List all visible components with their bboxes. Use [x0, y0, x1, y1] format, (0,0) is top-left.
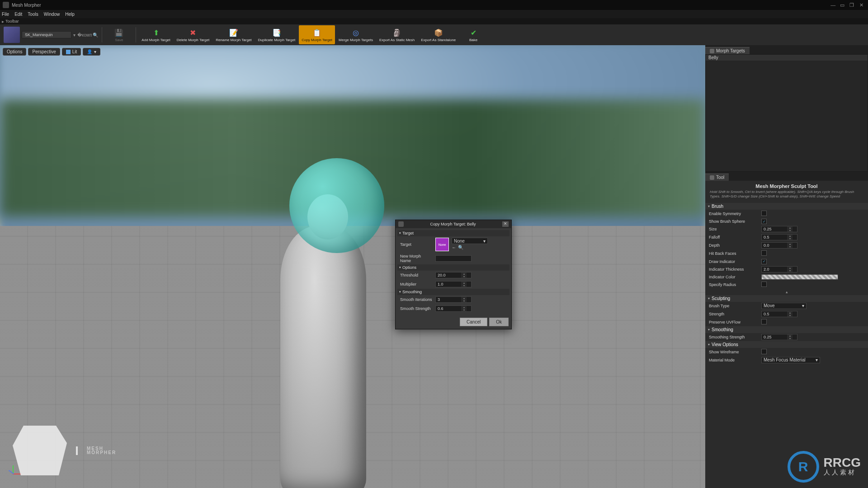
label-draw-indicator: Draw Indicator [709, 259, 759, 264]
minimize-button[interactable]: — [829, 2, 837, 8]
list-item[interactable]: Belly [706, 55, 868, 61]
target-combo[interactable]: None▾ [452, 238, 488, 244]
spinner-multiplier[interactable]: ▴▾ [435, 281, 472, 287]
export-static-button[interactable]: 🗿 Export As Static Mesh [377, 25, 417, 44]
maximize-button[interactable]: ▭ [838, 2, 846, 8]
menu-file[interactable]: File [2, 12, 9, 17]
dialog-section-smoothing[interactable]: Smoothing [397, 289, 509, 295]
label-indicator-thickness: Indicator Thickness [709, 267, 759, 272]
spinner-smooth-strength[interactable]: ▴▾ [435, 305, 472, 312]
spinner-strength[interactable]: ▴▾ [761, 311, 797, 317]
spinner-indicator-thickness[interactable]: ▴▾ [761, 266, 797, 272]
cancel-button[interactable]: Cancel [460, 318, 487, 326]
checkbox-preserve-uvflow[interactable] [761, 319, 767, 324]
morph-targets-list[interactable]: Belly [705, 54, 868, 172]
label-new-morph-name: New Morph Name [400, 254, 433, 263]
tool-tabrow: Tool [705, 172, 868, 181]
dialog-section-options[interactable]: Options [397, 264, 509, 271]
menu-tools[interactable]: Tools [28, 12, 38, 17]
viewport-lit-button[interactable]: Lit [62, 48, 81, 56]
label-strength: Strength [709, 312, 759, 316]
bake-icon: ✔ [468, 28, 478, 38]
menu-window[interactable]: Window [44, 12, 60, 17]
viewport-show-button[interactable]: 👤▾ [83, 48, 100, 56]
tool-title: Mesh Morpher Sculpt Tool [705, 181, 868, 190]
asset-dropdown-icon[interactable]: ▾ [73, 33, 75, 38]
viewport-options-button[interactable]: Options [3, 48, 26, 56]
window-titlebar: Mesh Morpher — ▭ ❐ ✕ [0, 0, 868, 10]
new-morph-name-input[interactable] [435, 255, 472, 262]
dialog-close-button[interactable]: ✕ [502, 221, 509, 227]
tab-morph-targets[interactable]: Morph Targets [705, 47, 750, 54]
merge-morph-button[interactable]: ◎ Merge Morph Targets [336, 25, 376, 44]
duplicate-morph-button[interactable]: 📑 Duplicate Morph Target [255, 25, 298, 44]
section-sculpting[interactable]: Sculpting [705, 295, 868, 302]
asset-browse-icon[interactable]: �комп [77, 33, 92, 38]
asset-picker: SK_Mannequin ▾ �комп 🔍 [3, 25, 99, 44]
rename-icon: 📝 [229, 28, 239, 38]
label-brush-type: Brush Type [709, 304, 759, 308]
checkbox-hit-back-faces[interactable] [761, 250, 767, 256]
ok-button[interactable]: Ok [489, 318, 509, 326]
chevron-down-icon: ▾ [483, 239, 486, 244]
delete-morph-button[interactable]: ✖ Delete Morph Target [174, 25, 212, 44]
toolbar-expand-icon[interactable]: ▸ [2, 19, 5, 24]
export-static-icon: 🗿 [392, 28, 402, 38]
section-smoothing[interactable]: Smoothing [705, 326, 868, 333]
checkbox-show-wireframe[interactable] [761, 349, 767, 354]
color-picker-indicator[interactable] [761, 274, 838, 280]
spinner-falloff[interactable]: ▴▾ [761, 234, 797, 240]
close-button[interactable]: ✕ [857, 2, 865, 8]
export-standalone-icon: 📦 [434, 28, 443, 38]
label-indicator-color: Indicator Color [709, 275, 759, 279]
morph-targets-tabrow: Morph Targets [705, 45, 868, 54]
checkbox-draw-indicator[interactable]: ✓ [761, 259, 767, 264]
target-thumbnail[interactable]: None [435, 238, 449, 251]
spinner-threshold[interactable]: ▴▾ [435, 272, 472, 278]
expand-advanced-icon[interactable]: ▴ [705, 289, 868, 295]
label-multiplier: Multiplier [400, 282, 433, 286]
ue-logo-icon [3, 2, 9, 8]
copy-morph-button[interactable]: 📋 Copy Morph Target [299, 25, 335, 44]
window-title: Mesh Morpher [12, 3, 41, 8]
merge-icon: ◎ [351, 28, 361, 38]
label-depth: Depth [709, 243, 759, 248]
asset-find-icon[interactable]: 🔍 [93, 33, 98, 38]
use-selected-icon[interactable]: ← [452, 245, 456, 250]
label-threshold: Threshold [400, 273, 433, 277]
checkbox-specify-radius[interactable] [761, 282, 767, 287]
menu-help[interactable]: Help [65, 12, 75, 17]
menu-edit[interactable]: Edit [14, 12, 22, 17]
spinner-smooth-iterations[interactable]: ▴▾ [435, 296, 472, 303]
checkbox-show-brush-sphere[interactable]: ✓ [761, 219, 767, 224]
section-brush[interactable]: Brush [705, 203, 868, 210]
spinner-smoothing-strength[interactable]: ▴▾ [761, 334, 797, 340]
dialog-titlebar[interactable]: Copy Morph Target: Belly ✕ [396, 220, 511, 228]
tab-tool[interactable]: Tool [705, 174, 729, 181]
checkbox-enable-symmetry[interactable] [761, 211, 767, 216]
window-buttons: — ▭ ❐ ✕ [829, 2, 865, 8]
bake-button[interactable]: ✔ Bake [459, 25, 487, 44]
asset-name-field[interactable]: SK_Mannequin [22, 31, 71, 38]
asset-thumbnail[interactable] [4, 27, 20, 43]
chevron-down-icon: ▾ [816, 357, 818, 362]
viewport-perspective-button[interactable]: Perspective [28, 48, 60, 56]
combo-brush-type[interactable]: Move▾ [761, 303, 807, 309]
combo-material-mode[interactable]: Mesh Focus Material▾ [761, 357, 820, 363]
browse-icon[interactable]: 🔍 [458, 245, 463, 250]
label-smooth-iterations: Smooth Iterations [400, 297, 433, 302]
viewport[interactable]: Options Perspective Lit 👤▾ [0, 45, 705, 488]
rename-morph-button[interactable]: 📝 Rename Morph Target [213, 25, 254, 44]
section-view-options[interactable]: View Options [705, 341, 868, 348]
dialog-title: Copy Morph Target: Belly [406, 222, 500, 226]
add-morph-button[interactable]: ⬆ Add Morph Target [139, 25, 173, 44]
spinner-size[interactable]: ▴▾ [761, 226, 797, 232]
label-enable-symmetry: Enable Symmetry [709, 211, 759, 216]
restore-button[interactable]: ❐ [848, 2, 856, 8]
spinner-depth[interactable]: ▴▾ [761, 242, 797, 249]
dialog-section-target[interactable]: Target [397, 230, 509, 236]
delete-icon: ✖ [188, 28, 198, 38]
export-standalone-button[interactable]: 📦 Export As Standalone [418, 25, 458, 44]
mannequin-mesh[interactable] [253, 176, 393, 488]
duplicate-icon: 📑 [272, 28, 282, 38]
